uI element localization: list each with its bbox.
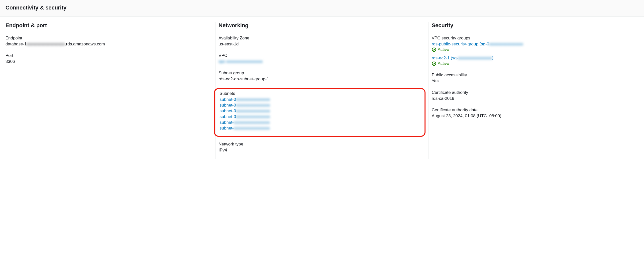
security-group-link[interactable]: rds-ec2-1 (sg-xxxxxxxxxxxxxxxx)	[432, 56, 638, 61]
panel-title: Connectivity & security	[6, 4, 638, 11]
field-endpoint: Endpoint database-1xxxxxxxxxxxxxxxxxx.rd…	[6, 36, 212, 47]
sg-status-text: Active	[438, 61, 449, 66]
subnet-list: subnet-0xxxxxxxxxxxxxxxx subnet-0xxxxxxx…	[220, 97, 420, 131]
field-certificate-authority: Certificate authority rds-ca-2019	[432, 90, 638, 101]
subnet-link[interactable]: subnet-0xxxxxxxxxxxxxxxx	[220, 103, 420, 108]
subnet-link[interactable]: subnet-xxxxxxxxxxxxxxxxx	[220, 120, 420, 125]
endpoint-blurred: xxxxxxxxxxxxxxxxxx	[27, 42, 65, 46]
column-networking: Networking Availability Zone us-east-1d …	[215, 22, 428, 159]
subnet-link[interactable]: subnet-0xxxxxxxxxxxxxxxx	[220, 97, 420, 102]
field-network-type: Network type IPv4	[218, 142, 425, 153]
port-label: Port	[6, 53, 212, 58]
subnet-blurred: xxxxxxxxxxxxxxxx	[236, 97, 270, 102]
ca-label: Certificate authority	[432, 90, 638, 95]
sg-name-prefix: rds-ec2-1 (sg-	[432, 56, 458, 61]
vpc-value: vpc-xxxxxxxxxxxxxxxxx	[218, 59, 425, 64]
panel-header: Connectivity & security	[0, 0, 644, 17]
port-value: 3306	[6, 59, 212, 64]
subnet-link[interactable]: subnet-xxxxxxxxxxxxxxxxx	[220, 126, 420, 131]
subnet-link[interactable]: subnet-0xxxxxxxxxxxxxxxx	[220, 108, 420, 114]
field-subnet-group: Subnet group rds-ec2-db-subnet-group-1	[218, 70, 425, 82]
field-availability-zone: Availability Zone us-east-1d	[218, 36, 425, 47]
security-group-link[interactable]: rds-public-security-group (sg-0xxxxxxxxx…	[432, 42, 638, 47]
network-type-value: IPv4	[218, 148, 425, 153]
subnet-prefix: subnet-0	[220, 97, 236, 102]
column-security: Security VPC security groups rds-public-…	[428, 22, 642, 159]
endpoint-prefix: database-1	[6, 42, 27, 46]
sg-blurred: xxxxxxxxxxxxxxxx	[489, 42, 523, 47]
public-accessibility-label: Public accessibility	[432, 72, 638, 78]
details-columns: Endpoint & port Endpoint database-1xxxxx…	[0, 17, 644, 169]
subnets-label: Subnets	[220, 91, 420, 96]
check-circle-icon	[432, 48, 436, 52]
subnet-prefix: subnet-	[220, 120, 234, 125]
subnet-blurred: xxxxxxxxxxxxxxxxx	[234, 120, 270, 125]
sg-status: Active	[432, 47, 638, 52]
subnet-prefix: subnet-0	[220, 103, 236, 108]
field-vpc: VPC vpc-xxxxxxxxxxxxxxxxx	[218, 53, 425, 64]
endpoint-suffix: .rds.amazonaws.com	[65, 42, 105, 46]
vpc-label: VPC	[218, 53, 425, 58]
endpoint-value: database-1xxxxxxxxxxxxxxxxxx.rds.amazona…	[6, 42, 212, 47]
ca-date-value: August 23, 2024, 01:08 (UTC+08:00)	[432, 114, 638, 118]
sg-blurred: xxxxxxxxxxxxxxxx	[458, 56, 492, 61]
az-value: us-east-1d	[218, 42, 425, 47]
network-type-label: Network type	[218, 142, 425, 147]
security-heading: Security	[432, 22, 638, 29]
sg-name-prefix: rds-public-security-group (sg-0	[432, 42, 489, 47]
sg-status-text: Active	[438, 47, 449, 52]
endpoint-label: Endpoint	[6, 36, 212, 41]
networking-heading: Networking	[218, 22, 425, 29]
subnet-blurred: xxxxxxxxxxxxxxxx	[236, 114, 270, 119]
az-label: Availability Zone	[218, 36, 425, 41]
subnet-blurred: xxxxxxxxxxxxxxxx	[236, 103, 270, 108]
subnet-blurred: xxxxxxxxxxxxxxxx	[236, 108, 270, 114]
public-accessibility-value: Yes	[432, 78, 638, 84]
ca-date-label: Certificate authority date	[432, 108, 638, 112]
field-vpc-security-groups: VPC security groups rds-public-security-…	[432, 36, 638, 66]
subnet-link[interactable]: subnet-0xxxxxxxxxxxxxxxx	[220, 114, 420, 119]
endpoint-port-heading: Endpoint & port	[6, 22, 212, 29]
sg-suffix: )	[492, 56, 493, 61]
sg-status: Active	[432, 61, 638, 66]
check-circle-icon	[432, 62, 436, 66]
field-public-accessibility: Public accessibility Yes	[432, 72, 638, 84]
vpc-link-blurred[interactable]: vpc-xxxxxxxxxxxxxxxxx	[218, 59, 263, 64]
subnet-group-value: rds-ec2-db-subnet-group-1	[218, 76, 425, 82]
field-port: Port 3306	[6, 53, 212, 64]
subnet-prefix: subnet-0	[220, 108, 236, 114]
field-certificate-authority-date: Certificate authority date August 23, 20…	[432, 108, 638, 118]
subnets-annotation: Subnets subnet-0xxxxxxxxxxxxxxxx subnet-…	[214, 88, 425, 137]
subnet-group-label: Subnet group	[218, 70, 425, 76]
ca-value: rds-ca-2019	[432, 96, 638, 101]
column-endpoint-port: Endpoint & port Endpoint database-1xxxxx…	[2, 22, 215, 159]
vpc-sg-label: VPC security groups	[432, 36, 638, 41]
subnet-prefix: subnet-	[220, 126, 234, 131]
subnet-blurred: xxxxxxxxxxxxxxxxx	[234, 126, 270, 131]
subnet-prefix: subnet-0	[220, 114, 236, 119]
field-subnets: Subnets subnet-0xxxxxxxxxxxxxxxx subnet-…	[220, 91, 420, 131]
